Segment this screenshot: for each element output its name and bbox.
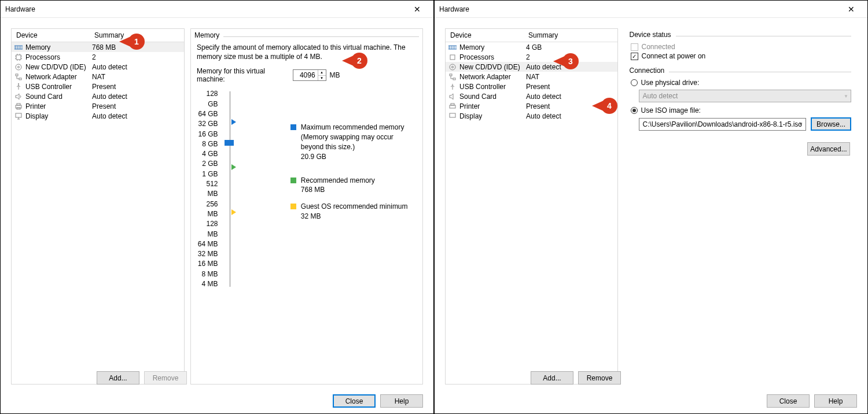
device-name: Display bbox=[25, 112, 92, 120]
device-row-network[interactable]: Network Adapter NAT bbox=[12, 72, 184, 82]
legend-square-green bbox=[290, 178, 296, 183]
device-row-processors[interactable]: Processors 2 bbox=[446, 52, 617, 62]
memory-icon bbox=[14, 44, 23, 51]
device-row-memory[interactable]: Memory 4 GB bbox=[446, 42, 617, 52]
close-icon[interactable]: ✕ bbox=[840, 5, 863, 14]
svg-rect-37 bbox=[450, 113, 455, 117]
remove-button: Remove bbox=[144, 371, 187, 385]
connected-label: Connected bbox=[642, 43, 675, 51]
memory-slider-track[interactable] bbox=[224, 89, 233, 289]
device-row-sound[interactable]: Sound Card Auto detect bbox=[12, 91, 184, 101]
min-marker-icon bbox=[231, 209, 236, 215]
device-row-usb[interactable]: USB Controller Present bbox=[12, 82, 184, 91]
group-title: Memory bbox=[194, 30, 219, 40]
close-icon[interactable]: ✕ bbox=[406, 5, 429, 14]
svg-rect-5 bbox=[16, 55, 21, 60]
col-device[interactable]: Device bbox=[12, 29, 90, 42]
memory-spinner[interactable]: ▲▼ bbox=[293, 69, 326, 81]
chevron-down-icon[interactable]: ▼ bbox=[799, 121, 803, 127]
display-icon bbox=[448, 113, 457, 120]
device-status-group: Device status Connected ✓ Connect at pow… bbox=[630, 31, 851, 61]
svg-rect-33 bbox=[450, 74, 452, 76]
close-button[interactable]: Close bbox=[767, 394, 810, 408]
legend-max-note: (Memory swapping may occur beyond this s… bbox=[301, 132, 417, 152]
svg-point-14 bbox=[16, 64, 21, 70]
spinner-up-icon[interactable]: ▲ bbox=[318, 70, 326, 76]
physical-label: Use physical drive: bbox=[641, 79, 700, 87]
svg-rect-30 bbox=[450, 55, 455, 60]
callout-1: 1 bbox=[119, 34, 145, 50]
usb-icon bbox=[14, 83, 23, 90]
device-rows: Memory 4 GB Processors 2 New CD/DVD (IDE… bbox=[446, 42, 617, 384]
list-header: Device Summary bbox=[446, 29, 617, 42]
legend-min-label: Guest OS recommended minimum bbox=[301, 202, 408, 212]
callout-4: 4 bbox=[592, 98, 617, 114]
group-title: Device status bbox=[630, 29, 671, 40]
legend-max-value: 20.9 GB bbox=[301, 152, 417, 162]
device-row-memory[interactable]: Memory 768 MB bbox=[12, 42, 184, 52]
device-name: Sound Card bbox=[25, 93, 92, 101]
memory-settings-panel: Memory Specify the amount of memory allo… bbox=[190, 28, 423, 385]
device-name: Processors bbox=[25, 53, 92, 61]
device-row-processors[interactable]: Processors 2 bbox=[12, 52, 184, 62]
device-buttons: Add... Remove bbox=[97, 371, 187, 385]
device-row-network[interactable]: Network Adapter NAT bbox=[446, 72, 617, 82]
col-summary[interactable]: Summary bbox=[524, 29, 617, 42]
device-name: Printer bbox=[459, 102, 526, 110]
window-title: Hardware bbox=[439, 5, 840, 13]
use-physical-radio[interactable]: Use physical drive: bbox=[631, 78, 851, 87]
sound-icon bbox=[448, 93, 457, 100]
add-button[interactable]: Add... bbox=[531, 371, 573, 385]
slider-tick-labels: 128 GB 64 GB 32 GB 16 GB 8 GB 4 GB 2 GB … bbox=[197, 89, 218, 289]
device-summary: Auto detect bbox=[92, 112, 182, 120]
radio-icon bbox=[631, 79, 638, 86]
checkbox-icon bbox=[631, 43, 638, 51]
help-button[interactable]: Help bbox=[380, 394, 423, 408]
use-iso-radio[interactable]: Use ISO image file: bbox=[631, 106, 851, 115]
physical-drive-combo: Auto detect ▼ bbox=[639, 90, 851, 102]
spinner-down-icon[interactable]: ▼ bbox=[318, 76, 326, 81]
network-icon bbox=[14, 73, 23, 80]
device-summary: Auto detect bbox=[92, 63, 182, 71]
iso-path-combo[interactable]: C:\Users\Pavilion\Downloads\android-x86-… bbox=[639, 118, 806, 131]
help-button[interactable]: Help bbox=[814, 394, 857, 408]
device-row-display[interactable]: Display Auto detect bbox=[12, 111, 184, 121]
add-button[interactable]: Add... bbox=[97, 371, 139, 385]
device-row-cddvd[interactable]: New CD/DVD (IDE) Auto detect bbox=[12, 62, 184, 72]
advanced-button[interactable]: Advanced... bbox=[807, 142, 850, 156]
spinner-arrows[interactable]: ▲▼ bbox=[318, 70, 326, 80]
device-row-usb[interactable]: USB Controller Present bbox=[446, 82, 617, 91]
svg-rect-16 bbox=[16, 74, 18, 76]
physical-drive-value: Auto detect bbox=[643, 92, 678, 100]
device-row-cddvd[interactable]: New CD/DVD (IDE) Auto detect bbox=[446, 62, 617, 72]
titlebar: Hardware ✕ bbox=[1, 1, 433, 18]
device-summary: Present bbox=[92, 83, 182, 91]
disc-icon bbox=[14, 64, 23, 71]
callout-3: 3 bbox=[553, 53, 579, 69]
device-buttons: Add... Remove bbox=[531, 371, 621, 385]
remove-button[interactable]: Remove bbox=[578, 371, 621, 385]
col-device[interactable]: Device bbox=[446, 29, 524, 42]
browse-button[interactable]: Browse... bbox=[811, 117, 851, 131]
device-rows: Memory 768 MB Processors 2 New CD/DVD (I… bbox=[12, 42, 184, 384]
disc-icon bbox=[448, 64, 457, 71]
connect-poweron-checkbox[interactable]: ✓ Connect at power on bbox=[631, 51, 851, 61]
callout-2: 2 bbox=[342, 53, 367, 69]
memory-input-label: Memory for this virtual machine: bbox=[197, 67, 286, 83]
sound-icon bbox=[14, 93, 23, 100]
radio-icon bbox=[631, 107, 638, 114]
slider-handle[interactable] bbox=[225, 140, 234, 146]
memory-value-input[interactable] bbox=[293, 70, 318, 80]
close-button[interactable]: Close bbox=[333, 394, 376, 408]
device-summary: Auto detect bbox=[92, 93, 182, 101]
device-list-panel: Device Summary Memory 768 MB Processors … bbox=[11, 28, 185, 385]
svg-rect-20 bbox=[17, 104, 20, 105]
device-name: New CD/DVD (IDE) bbox=[459, 63, 526, 71]
legend-rec-value: 768 MB bbox=[301, 185, 375, 195]
connection-group: Connection Use physical drive: Auto dete… bbox=[630, 66, 851, 131]
svg-point-15 bbox=[18, 66, 20, 68]
checkbox-icon: ✓ bbox=[631, 53, 638, 60]
device-row-printer[interactable]: Printer Present bbox=[12, 101, 184, 111]
iso-label: Use ISO image file: bbox=[641, 106, 701, 114]
device-name: Memory bbox=[25, 43, 92, 51]
